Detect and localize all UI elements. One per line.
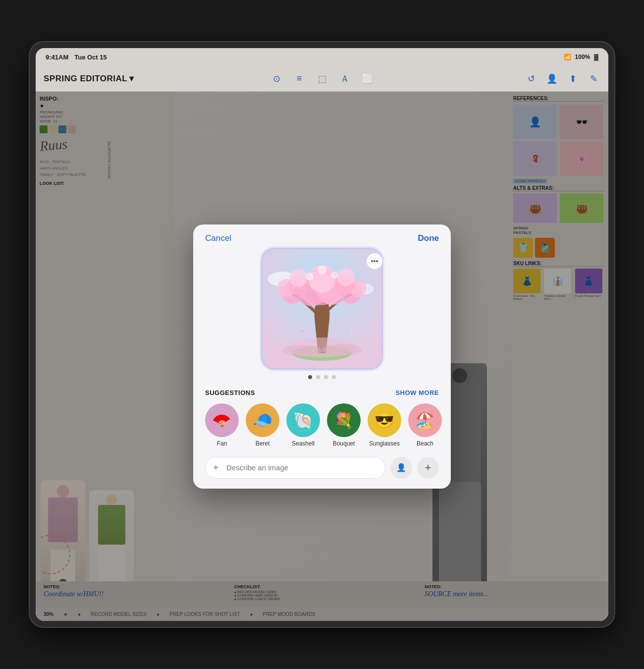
suggestions-header: SUGGESTIONS SHOW MORE [205,389,439,396]
dot-3 [324,375,328,379]
beret-icon: 🧢 [246,403,279,437]
show-more-button[interactable]: SHOW MORE [395,389,439,396]
seashell-icon: 🐚 [286,403,320,437]
dot-4 [332,375,336,379]
person-icon: 👤 [396,463,406,472]
battery-icon: ▓ [594,54,598,60]
svg-point-14 [289,269,307,287]
fan-label: Fan [217,440,227,447]
dropdown-icon[interactable]: ▾ [129,73,134,84]
bouquet-icon: 💐 [327,403,361,437]
dot-2 [316,375,320,379]
suggestions-grid: 🪭 Fan 🧢 Beret 🐚 Seashell [205,403,439,447]
beret-label: Beret [256,440,270,447]
plus-button[interactable]: + [417,457,439,479]
svg-point-17 [331,272,338,279]
toolbar-center-icons: ⊙ ≡ ⬚ Ａ ⬜ [269,72,375,86]
done-button[interactable]: Done [418,233,439,243]
toolbar-tool-image[interactable]: ⬜ [361,72,375,86]
undo-button[interactable]: ↺ [524,72,538,86]
cherry-blossom-image [263,249,381,368]
user-button[interactable]: 👤 [545,72,559,86]
pagination-dots [308,375,336,379]
status-bar: 9:41AM Tue Oct 15 📶 100% ▓ [36,48,608,66]
fan-icon: 🪭 [205,403,239,437]
seashell-label: Seashell [292,440,315,447]
image-preview-container: ••• [205,249,439,379]
status-time: 9:41AM [46,54,68,61]
modal-content: ••• [193,249,451,489]
toolbar-tool-text[interactable]: Ａ [338,72,352,86]
edit-button[interactable]: ✎ [587,72,600,86]
bouquet-label: Bouquet [333,440,355,447]
toolbar-tool-circle[interactable]: ⊙ [269,72,283,86]
modal-header: Cancel Done [193,224,451,249]
sparkle-icon: ✦ [212,462,219,473]
suggestion-sunglasses[interactable]: 😎 Sunglasses [368,403,401,447]
suggestion-fan[interactable]: 🪭 Fan [205,403,239,447]
canvas-area: INSPO: ★ PRONOUNS: HEIGHT: 6'1" SHOE: 11… [36,92,608,621]
wifi-icon: 📶 [564,54,571,60]
toolbar-title[interactable]: SPRING EDITORIAL ▾ [44,73,134,84]
share-button[interactable]: ⬆ [566,72,580,86]
svg-point-25 [322,344,362,356]
screen: 9:41AM Tue Oct 15 📶 100% ▓ SPRING EDITOR… [36,48,608,621]
toolbar-right-icons: ↺ 👤 ⬆ ✎ [524,72,600,86]
device-frame: 9:41AM Tue Oct 15 📶 100% ▓ SPRING EDITOR… [30,42,614,627]
toolbar: SPRING EDITORIAL ▾ ⊙ ≡ ⬚ Ａ ⬜ ↺ 👤 ⬆ ✎ [36,66,608,92]
suggestion-beach[interactable]: 🏖️ Beach [408,403,442,447]
cancel-button[interactable]: Cancel [205,233,231,243]
status-date: Tue Oct 15 [74,54,107,61]
beach-label: Beach [417,440,433,447]
toolbar-tool-list[interactable]: ≡ [292,72,306,86]
dot-1 [308,375,312,379]
battery-level: 100% [575,54,590,60]
more-options-button[interactable]: ••• [367,253,382,269]
modal-overlay: Cancel Done ••• [36,92,608,621]
describe-input[interactable] [205,457,385,479]
suggestion-bouquet[interactable]: 💐 Bouquet [327,403,361,447]
toolbar-tool-folder[interactable]: ⬚ [315,72,329,86]
person-button[interactable]: 👤 [390,457,412,479]
image-preview-wrapper: ••• [258,249,386,368]
beach-icon: 🏖️ [408,403,442,437]
status-bar-left: 9:41AM Tue Oct 15 [46,54,107,61]
input-wrapper: ✦ [205,457,385,479]
suggestion-seashell[interactable]: 🐚 Seashell [286,403,320,447]
input-area: ✦ 👤 + [205,457,439,479]
status-bar-right: 📶 100% ▓ [564,54,598,60]
image-generation-modal: Cancel Done ••• [193,224,451,489]
sunglasses-label: Sunglasses [369,440,400,447]
svg-point-18 [318,266,326,275]
suggestion-beret[interactable]: 🧢 Beret [246,403,279,447]
svg-point-15 [337,268,355,286]
plus-icon: + [425,461,431,474]
sunglasses-icon: 😎 [368,403,401,437]
svg-point-16 [306,273,314,280]
svg-point-24 [282,345,322,357]
suggestions-title: SUGGESTIONS [205,389,255,396]
